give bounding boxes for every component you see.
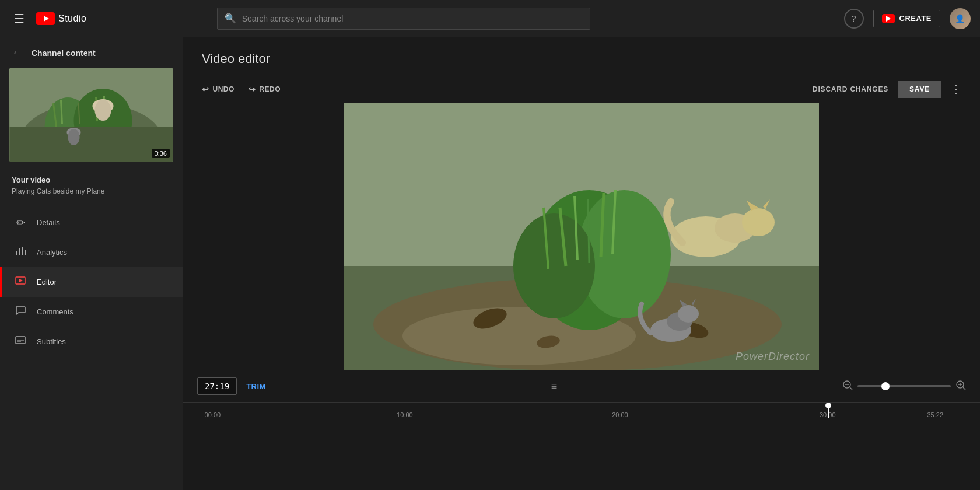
svg-rect-19 [24,250,26,256]
zoom-out-button[interactable] [842,380,853,393]
video-preview: PowerDirector [183,103,980,370]
ruler-mark-35: 35:22 [928,411,944,418]
search-bar[interactable]: 🔍 [217,8,590,30]
search-input[interactable] [242,14,583,23]
zoom-slider[interactable] [858,385,951,387]
svg-line-55 [963,387,965,390]
create-label: CREATE [900,14,932,23]
svg-line-36 [588,199,589,263]
svg-point-31 [513,214,595,318]
sidebar-item-analytics[interactable]: Analytics [0,237,183,267]
zoom-thumb [881,382,890,390]
sidebar-item-details[interactable]: ✏ Details [0,208,183,237]
sidebar-item-editor[interactable]: Editor [0,267,183,297]
more-options-button[interactable]: ⋮ [951,83,961,96]
redo-label: REDO [259,85,281,93]
save-button[interactable]: SAVE [898,80,942,98]
timeline-menu-icon[interactable]: ≡ [551,380,558,393]
main-area: ← Channel content [0,37,980,490]
help-icon: ? [851,13,856,23]
your-video-section: Your video Playing Cats beside my Plane [0,169,183,204]
create-button[interactable]: CREATE [873,10,940,27]
zoom-in-button[interactable] [956,380,966,393]
svg-rect-18 [22,247,23,256]
sidebar-subtitles-label: Subtitles [37,337,66,346]
hamburger-icon: ☰ [14,12,24,26]
svg-point-43 [742,208,775,236]
content-area: Video editor ↩ UNDO ↪ REDO DISCARD CHANG… [183,37,980,490]
ruler-track: 00:00 10:00 20:00 30:00 35:22 [197,402,966,418]
playhead[interactable] [828,402,829,418]
discard-button[interactable]: DISCARD CHANGES [813,85,888,93]
sidebar-nav: ✏ Details Analytics Editor Comments [0,208,183,356]
page-title: Video editor [202,51,961,66]
timeline-mid: ≡ [551,380,558,393]
top-nav: ☰ Studio 🔍 ? CREATE 👤 [0,0,980,37]
video-content-svg [344,103,819,370]
undo-label: UNDO [213,85,235,93]
timeline-controls: 27:19 TRIM ≡ [183,370,980,402]
thumbnail-image [9,68,173,162]
your-video-label: Your video [12,176,171,184]
timeline-ruler[interactable]: 00:00 10:00 20:00 30:00 35:22 [183,402,980,418]
zoom-controls [842,380,966,393]
avatar[interactable]: 👤 [950,8,971,29]
video-frame: PowerDirector [344,103,819,370]
sidebar-editor-label: Editor [37,278,57,286]
svg-rect-17 [19,249,20,256]
trim-button[interactable]: TRIM [246,382,266,391]
your-video-title: Playing Cats beside my Plane [12,187,171,197]
create-video-icon [882,14,895,23]
details-icon: ✏ [13,216,27,229]
thumbnail-svg [9,68,173,162]
menu-button[interactable]: ☰ [9,7,29,30]
time-display: 27:19 [197,377,237,395]
svg-rect-16 [16,251,18,256]
nav-right: ? CREATE 👤 [844,8,971,29]
sidebar-analytics-label: Analytics [37,248,67,257]
search-icon: 🔍 [225,13,236,24]
avatar-initials: 👤 [955,14,965,23]
youtube-logo-icon [36,12,55,25]
undo-icon: ↩ [202,85,209,94]
sidebar: ← Channel content [0,37,183,490]
video-thumbnail-area: 0:36 [0,68,183,169]
svg-marker-21 [19,279,23,282]
svg-point-48 [678,305,699,323]
editor-toolbar: ↩ UNDO ↪ REDO DISCARD CHANGES SAVE ⋮ [183,76,980,103]
back-button[interactable]: ← Channel content [0,37,183,68]
ruler-mark-10: 10:00 [397,411,413,418]
analytics-icon [13,246,27,259]
comments-icon [13,305,27,318]
channel-content-title: Channel content [32,48,96,58]
sidebar-details-label: Details [37,218,60,227]
svg-point-15 [68,129,80,145]
studio-label: Studio [58,13,86,24]
redo-button[interactable]: ↪ REDO [249,82,281,96]
svg-rect-6 [10,127,173,162]
svg-point-13 [95,100,111,121]
help-button[interactable]: ? [844,9,864,29]
video-watermark: PowerDirector [736,351,810,363]
timeline-area: 27:19 TRIM ≡ [183,370,980,490]
editor-icon [13,275,27,289]
redo-icon: ↪ [249,85,256,94]
logo-area[interactable]: Studio [36,12,86,25]
sidebar-comments-label: Comments [37,307,74,316]
subtitles-icon [13,335,27,348]
sidebar-item-subtitles[interactable]: Subtitles [0,327,183,356]
ruler-mark-0: 00:00 [205,411,221,418]
svg-line-8 [61,100,62,124]
undo-button[interactable]: ↩ UNDO [202,82,235,96]
svg-line-52 [850,387,852,390]
back-arrow-icon: ← [12,47,22,59]
toolbar-right: DISCARD CHANGES SAVE ⋮ [813,80,961,98]
zoom-out-icon [842,380,853,390]
zoom-in-icon [956,380,966,390]
content-header: Video editor [183,37,980,76]
video-thumbnail[interactable]: 0:36 [9,68,173,162]
sidebar-item-comments[interactable]: Comments [0,297,183,327]
ruler-mark-20: 20:00 [612,411,628,418]
video-duration-badge: 0:36 [152,149,170,158]
